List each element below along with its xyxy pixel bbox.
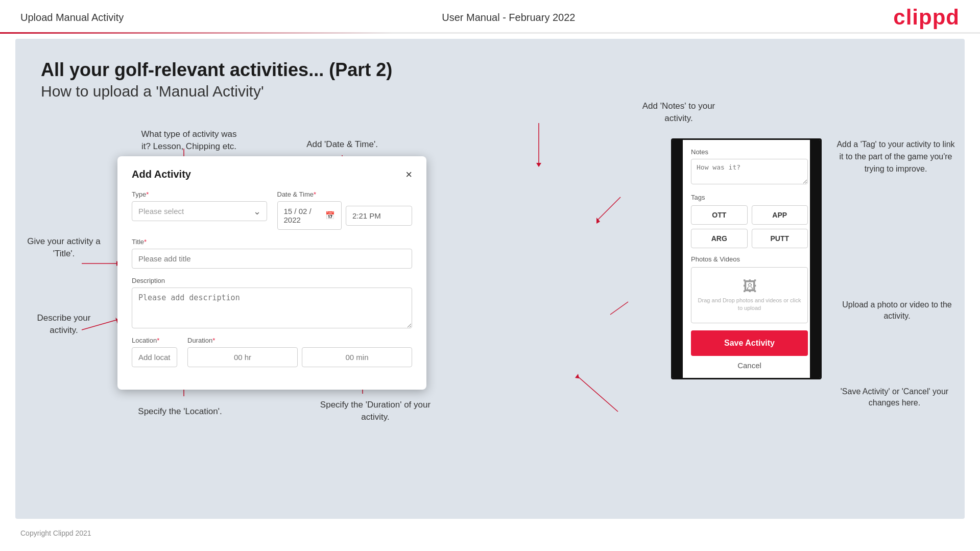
- calendar-icon: 📅: [325, 211, 335, 220]
- type-select-wrapper: Please select ⌄: [132, 201, 267, 221]
- copyright-text: Copyright Clippd 2021: [20, 529, 91, 537]
- description-row: Description: [132, 277, 412, 328]
- datetime-label: Date & Time*: [277, 190, 413, 198]
- type-datetime-row: Type* Please select ⌄ Date & Time* 15 / …: [132, 190, 412, 230]
- main-content: All your golf-relevant activities... (Pa…: [15, 39, 965, 519]
- svg-line-17: [610, 302, 628, 315]
- tag-app[interactable]: APP: [752, 205, 808, 225]
- svg-marker-14: [536, 163, 541, 167]
- annotation-date-time: Add 'Date & Time'.: [301, 138, 383, 151]
- svg-marker-16: [596, 218, 600, 224]
- notes-section-label: Notes: [691, 148, 808, 156]
- annotation-activity-type: What type of activity was it? Lesson, Ch…: [138, 128, 240, 153]
- time-input[interactable]: 2:21 PM: [346, 206, 412, 226]
- location-label: Location*: [132, 337, 177, 344]
- annotation-description: Describe your activity.: [26, 312, 102, 337]
- close-button[interactable]: ×: [405, 169, 412, 180]
- footer: Copyright Clippd 2021: [0, 524, 980, 542]
- description-group: Description: [132, 277, 412, 328]
- page-subtitle: How to upload a 'Manual Activity': [41, 83, 939, 100]
- title-group: Title*: [132, 238, 412, 269]
- phone-content: Notes Tags OTT APP ARG PUTT Photos & Vid…: [673, 140, 820, 378]
- title-label: Title*: [132, 238, 412, 246]
- description-input[interactable]: [132, 288, 412, 328]
- tag-putt[interactable]: PUTT: [752, 229, 808, 248]
- page-title: All your golf-relevant activities... (Pa…: [41, 59, 939, 81]
- svg-line-18: [577, 376, 618, 412]
- annotation-save-cancel: 'Save Activity' or 'Cancel' your changes…: [832, 386, 957, 409]
- location-duration-row: Location* Duration*: [132, 337, 412, 367]
- page-label: Upload Manual Activity: [20, 12, 124, 23]
- tag-ott[interactable]: OTT: [691, 205, 748, 225]
- phone-right-border: [810, 140, 820, 378]
- duration-label: Duration*: [187, 337, 412, 344]
- title-input[interactable]: [132, 249, 412, 269]
- title-row: Title*: [132, 238, 412, 269]
- duration-group: Duration*: [187, 337, 412, 367]
- tag-arg[interactable]: ARG: [691, 229, 748, 248]
- location-input[interactable]: [132, 347, 177, 367]
- annotation-title: Give your activity a 'Title'.: [26, 235, 102, 260]
- notes-input[interactable]: [691, 159, 808, 184]
- duration-min-input[interactable]: [302, 347, 412, 367]
- description-label: Description: [132, 277, 412, 284]
- phone-panel: Notes Tags OTT APP ARG PUTT Photos & Vid…: [671, 138, 822, 379]
- type-label: Type*: [132, 190, 267, 198]
- cancel-button[interactable]: Cancel: [737, 361, 761, 370]
- manual-label: User Manual - February 2022: [442, 12, 575, 23]
- duration-inputs: [187, 347, 412, 367]
- annotation-duration: Specify the 'Duration' of your activity.: [319, 399, 432, 423]
- top-bar: Upload Manual Activity User Manual - Feb…: [0, 0, 980, 34]
- add-activity-modal: Add Activity × Type* Please select ⌄ Dat…: [117, 156, 426, 390]
- image-icon: 🖼: [697, 278, 802, 295]
- annotation-notes: Add 'Notes' to your activity.: [628, 100, 730, 125]
- date-time-inputs: 15 / 02 / 2022 📅 2:21 PM: [277, 201, 413, 230]
- type-group: Type* Please select ⌄: [132, 190, 267, 230]
- svg-line-15: [597, 197, 620, 220]
- type-select[interactable]: Please select: [132, 201, 267, 221]
- modal-header: Add Activity ×: [132, 169, 412, 180]
- logo: clippd: [893, 5, 960, 30]
- photos-drop-text: Drag and Drop photos and videos or click…: [697, 297, 802, 313]
- photos-label: Photos & Videos: [691, 255, 808, 263]
- annotation-location: Specify the 'Location'.: [133, 405, 227, 418]
- datetime-group: Date & Time* 15 / 02 / 2022 📅 2:21 PM: [277, 190, 413, 230]
- annotation-tag: Add a 'Tag' to your activity to link it …: [834, 138, 957, 175]
- modal-title: Add Activity: [132, 169, 191, 180]
- tags-grid: OTT APP ARG PUTT: [691, 205, 808, 248]
- phone-left-border: [673, 140, 683, 378]
- annotation-upload: Upload a photo or video to the activity.: [837, 299, 957, 322]
- tags-section-label: Tags: [691, 194, 808, 201]
- svg-marker-19: [575, 374, 579, 378]
- duration-hr-input[interactable]: [187, 347, 298, 367]
- date-input[interactable]: 15 / 02 / 2022 📅: [277, 201, 342, 230]
- location-group: Location*: [132, 337, 177, 367]
- save-activity-button[interactable]: Save Activity: [691, 330, 808, 356]
- phone-mock: Notes Tags OTT APP ARG PUTT Photos & Vid…: [671, 138, 822, 379]
- photos-drop-zone[interactable]: 🖼 Drag and Drop photos and videos or cli…: [691, 267, 808, 323]
